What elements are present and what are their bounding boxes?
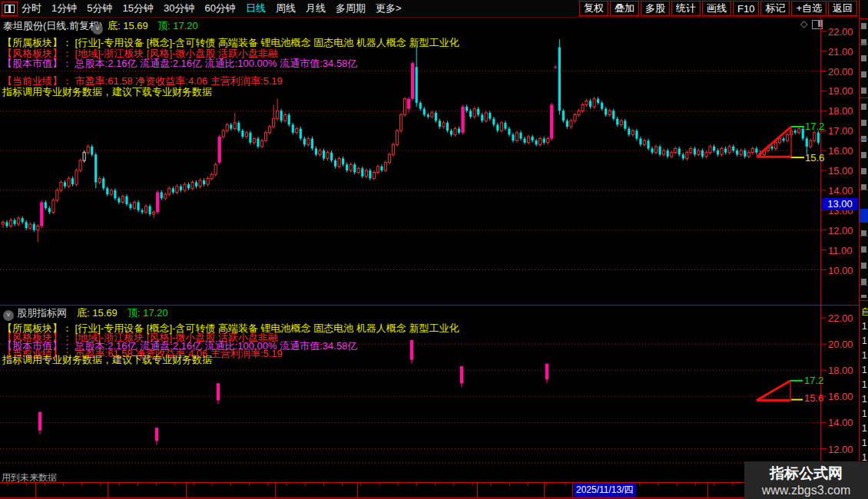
strip-separator xyxy=(860,285,868,286)
strip-quote-digit: 1 xyxy=(862,350,867,361)
y-tick-main-19: 19.00 xyxy=(828,85,859,97)
info-line-4: 指标调用专业财务数据，建议下载专业财务数据 xyxy=(2,85,212,99)
strip-quote-digit: 1 xyxy=(862,423,867,434)
y-tick-sub-22: 22.00 xyxy=(828,312,859,324)
strip-separator xyxy=(860,300,868,301)
info-line-4: 指标调用专业财务数据，建议下载专业财务数据 xyxy=(2,353,212,367)
strip-quote-digit: 1 xyxy=(862,335,867,346)
date-axis[interactable]: 2025年 56789101121 xyxy=(0,483,859,497)
sidebar-tab-self[interactable]: 自 xyxy=(861,306,868,319)
main-triangle-high-label: 17.2 xyxy=(805,121,824,132)
trading-app-window: 分时1分钟5分钟15分钟30分钟60分钟日线周线月线多周期更多> 复权叠加多股统… xyxy=(0,0,868,499)
strip-quote-digit: 1 xyxy=(862,408,867,419)
y-tick-main-12: 12.00 xyxy=(828,225,859,236)
y-tick-main-14: 14.00 xyxy=(828,185,859,197)
strip-quote-digit: 1 xyxy=(862,394,867,405)
y-tick-sub-14: 14.00 xyxy=(828,417,859,428)
watermark: 指标公式网 www.zbgs3.com xyxy=(744,461,868,499)
strip-separator xyxy=(860,97,868,98)
y-tick-main-16: 16.00 xyxy=(828,145,859,157)
sidebar-selected-item[interactable] xyxy=(860,209,868,223)
cursor-price-tag: 13.00 xyxy=(822,198,858,210)
strip-quote-digit: 1 xyxy=(862,321,867,332)
y-tick-main-10: 10.00 xyxy=(828,265,859,276)
y-tick-main-22: 22.00 xyxy=(828,26,859,38)
strip-quote-digit: 1 xyxy=(862,438,867,448)
strip-separator xyxy=(860,18,868,19)
strip-separator xyxy=(860,236,868,236)
main-triangle-low-label: 15.6 xyxy=(805,152,824,164)
y-tick-sub-16: 16.00 xyxy=(828,391,859,402)
y-tick-main-15: 15.00 xyxy=(828,165,859,177)
y-tick-main-17: 17.00 xyxy=(828,125,859,137)
info-line-2: 【股本市值】： 总股本:2.16亿 流通盘:2.16亿 流通比:100.00% … xyxy=(2,57,357,71)
sub-triangle-high-label: 17.2 xyxy=(804,375,823,386)
strip-separator xyxy=(860,190,868,190)
y-tick-main-11: 11.00 xyxy=(828,245,859,256)
strip-separator xyxy=(860,44,868,45)
y-tick-main-18: 18.00 xyxy=(828,105,859,117)
clipped-sidebar-text xyxy=(861,230,866,298)
sub-triangle-low-label: 15.6 xyxy=(804,392,823,404)
y-tick-main-20: 20.00 xyxy=(828,66,859,78)
strip-quote-digit: 1 xyxy=(862,365,867,375)
y-tick-sub-18: 18.00 xyxy=(828,365,859,376)
y-tick-sub-20: 20.00 xyxy=(828,339,859,350)
selected-date-chip: 2025/11/13/四 xyxy=(574,483,636,497)
y-tick-sub-12: 12.00 xyxy=(828,444,859,455)
strip-separator xyxy=(860,139,868,140)
y-tick-main-21: 21.00 xyxy=(828,46,859,58)
strip-quote-digit: 1 xyxy=(862,379,867,390)
right-sidebar-strip[interactable]: 自 1111111111 xyxy=(859,0,868,499)
watermark-url: www.zbgs3.com xyxy=(744,484,868,497)
watermark-site-name: 指标公式网 xyxy=(744,464,868,484)
clipped-sidebar-text xyxy=(861,23,866,200)
